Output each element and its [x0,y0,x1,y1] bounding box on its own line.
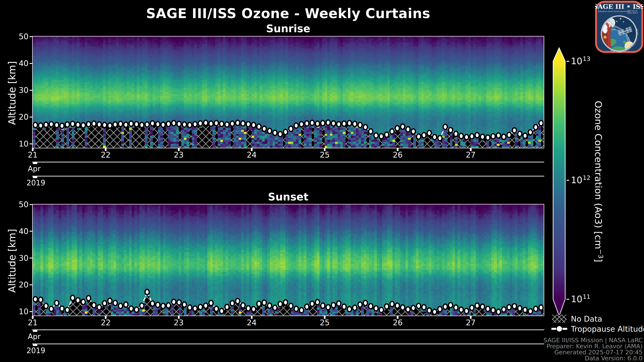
x-tick-label: 26 [384,319,411,327]
patch-title: SAGE III • ISS [595,3,643,10]
moon-crater-2 [611,23,612,24]
y-tick [30,143,32,144]
colorbar-tick [566,299,569,300]
footer-generated: Generated 2025-07-17 20:45 [492,349,643,355]
sunrise-heatmap-panel [32,36,544,148]
y-tick [30,311,32,312]
month-axis-line [32,330,544,330]
x-tick-label: 24 [238,319,265,327]
x-tick-label: 22 [92,319,119,327]
year-label: 2019 [26,178,45,187]
y-tick [30,63,32,64]
year-axis-tick [33,176,37,178]
colorbar [552,46,566,319]
sunrise-subtitle: Sunrise [32,22,544,35]
colorbar-tick [566,180,569,181]
colorbar-tick [566,61,569,62]
year-axis-line [32,344,544,344]
y-tick-label: 40 [3,59,28,67]
month-label: Apr [28,164,40,173]
figure: SAGE III/ISS Ozone - Weekly Curtains Sun… [0,0,644,362]
sage-iss-mission-patch-logo: SAGE III • ISS Stratospheric Aerosol and… [595,1,643,53]
y-tick-label: 50 [3,33,28,40]
y-tick-label: 30 [3,86,28,94]
patch-subtitle-right-1: International [628,10,637,12]
colorbar-tick-label: 1012 [571,174,590,186]
month-axis-line [32,162,544,162]
y-tick-label: 10 [3,140,28,148]
figure-title: SAGE III/ISS Ozone - Weekly Curtains [32,6,544,21]
y-tick-label: 50 [3,201,28,208]
y-tick [30,258,32,258]
y-tick-label: 10 [3,308,28,316]
month-label: Apr [28,332,40,341]
no-data-hatch-icon [552,315,566,323]
colorbar-axis-label: Ozone Concentration (Ao3) [cm−3] [594,85,606,278]
y-tick-label: 20 [3,113,28,121]
x-tick-label: 25 [311,151,338,159]
colorbar-tick-label: 1013 [571,55,590,67]
footer-mission: SAGE III/ISS Mission | NASA LaRC [492,337,643,343]
x-tick-label: 26 [384,151,411,159]
x-tick-label: 22 [92,151,119,159]
no-data-legend-label: No Data [571,315,602,323]
sunset-heatmap-panel [32,204,544,316]
y-tick [30,284,32,285]
x-tick-label: 24 [238,151,265,159]
year-label: 2019 [26,346,45,355]
y-tick [30,117,32,117]
footer-preparer: Preparer: Kevin R. Leavor (AMA) [492,343,643,349]
footer-data-version: Data Version: 6.0.0 [492,355,643,361]
moon-crater-1 [608,20,610,22]
colorbar-tick-label: 1011 [571,294,590,305]
y-tick [30,231,32,232]
x-tick-label: 27 [457,319,484,327]
y-tick-label: 30 [3,254,28,262]
x-tick-label: 21 [19,319,46,327]
moon-crater-3 [609,24,610,25]
x-tick-label: 21 [19,151,46,159]
colorbar-label-close: ] [593,259,604,262]
sunset-heatmap-canvas [33,204,544,316]
y-tick-label: 40 [3,227,28,235]
tropopause-line-icon [551,325,568,333]
x-tick-label: 27 [457,151,484,159]
x-tick-label: 25 [311,319,338,327]
y-tick [30,36,32,37]
x-tick-label: 23 [165,319,192,327]
month-axis-tick [33,330,37,332]
colorbar-label-exponent: −3 [597,249,604,259]
y-tick [30,204,32,205]
year-axis-line [32,176,544,176]
patch-subtitle-left: Stratospheric Aerosol and Gas Experiment… [598,10,630,12]
patch-subtitle-right-2: Space Station [628,12,638,14]
y-tick-label: 20 [3,281,28,289]
y-tick [30,90,32,91]
month-axis-tick [33,162,37,164]
year-axis-tick [33,344,37,346]
x-tick-label: 23 [165,151,192,159]
sunrise-heatmap-canvas [33,36,544,148]
sunset-subtitle: Sunset [32,191,544,203]
colorbar-label-main: Ozone Concentration (Ao3) [cm [593,101,604,249]
tropopause-legend-label: Tropopause Altitude [571,325,644,333]
